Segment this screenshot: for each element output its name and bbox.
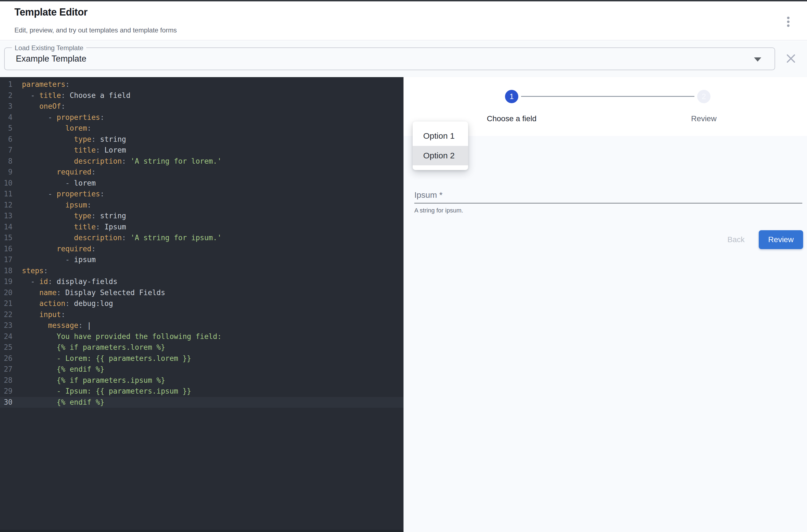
- line-number: 22: [0, 309, 13, 320]
- line-number: 19: [0, 276, 13, 287]
- clear-template-button[interactable]: [784, 52, 798, 65]
- kebab-menu-icon: [787, 17, 789, 19]
- page-header: Template Editor Edit, preview, and try o…: [0, 1, 807, 40]
- code-line: 26 - Lorem: {{ parameters.lorem }}: [0, 353, 404, 364]
- kebab-menu-icon: [787, 20, 789, 23]
- code-line: 9 required:: [0, 167, 404, 178]
- option-item-1[interactable]: Option 1: [412, 126, 468, 146]
- step-1-circle: 1: [505, 90, 518, 103]
- step-1-label: Choose a field: [487, 114, 536, 123]
- line-number: 11: [0, 189, 13, 200]
- line-number: 4: [0, 112, 13, 123]
- back-button[interactable]: Back: [719, 230, 753, 249]
- line-number: 14: [0, 222, 13, 233]
- code-line: 22 input:: [0, 309, 404, 320]
- ipsum-field-underline: [414, 203, 802, 204]
- line-number: 13: [0, 210, 13, 222]
- code-line: 28 {% if parameters.ipsum %}: [0, 375, 404, 386]
- ipsum-helper-text: A string for ipsum.: [414, 207, 463, 214]
- line-number: 26: [0, 353, 13, 364]
- editor-horizontal-scrollbar[interactable]: [0, 530, 404, 532]
- step-2-label: Review: [691, 114, 716, 123]
- line-number: 24: [0, 331, 13, 342]
- code-line: 10 - lorem: [0, 178, 404, 189]
- line-number: 6: [0, 134, 13, 145]
- ipsum-text-input[interactable]: [414, 190, 802, 204]
- line-number: 28: [0, 375, 13, 386]
- code-line: 13 type: string: [0, 210, 404, 222]
- option-item-2[interactable]: Option 2: [412, 146, 468, 166]
- line-number: 18: [0, 265, 13, 277]
- line-number: 30: [0, 397, 13, 408]
- page-subtitle: Edit, preview, and try out templates and…: [15, 26, 177, 34]
- load-template-section: Load Existing Template Example Template: [0, 41, 807, 77]
- chevron-down-icon: [754, 57, 761, 61]
- line-number: 8: [0, 156, 13, 167]
- template-preview-panel: 1 2 Choose a field Review Option 1 Optio…: [404, 77, 807, 532]
- code-line: 18steps:: [0, 265, 404, 277]
- line-number: 23: [0, 320, 13, 331]
- line-number: 16: [0, 244, 13, 254]
- line-number: 17: [0, 254, 13, 265]
- code-lines: 1parameters:2 - title: Choose a field3 o…: [0, 79, 404, 408]
- line-number: 3: [0, 101, 13, 112]
- select-value: Example Template: [16, 48, 86, 70]
- field-options-menu: Option 1 Option 2: [412, 121, 468, 170]
- code-line: 5 lorem:: [0, 123, 404, 134]
- code-line: 27 {% endif %}: [0, 364, 404, 375]
- line-number: 2: [0, 90, 13, 101]
- code-line: 25 {% if parameters.lorem %}: [0, 342, 404, 353]
- page-title: Template Editor: [15, 6, 88, 18]
- line-number: 1: [0, 79, 13, 90]
- code-line: 1parameters:: [0, 79, 404, 90]
- code-line: 17 - ipsum: [0, 254, 404, 265]
- line-number: 5: [0, 123, 13, 134]
- code-line: 4 - properties:: [0, 112, 404, 123]
- yaml-code-editor[interactable]: 1parameters:2 - title: Choose a field3 o…: [0, 77, 404, 532]
- line-number: 20: [0, 287, 13, 299]
- kebab-menu-icon: [787, 24, 789, 27]
- line-number: 9: [0, 167, 13, 178]
- line-number: 27: [0, 364, 13, 375]
- line-number: 12: [0, 200, 13, 211]
- code-line: 20 name: Display Selected Fields: [0, 287, 404, 299]
- line-number: 21: [0, 298, 13, 309]
- code-line: 7 title: Lorem: [0, 145, 404, 156]
- template-editor-app: Template Editor Edit, preview, and try o…: [0, 0, 807, 532]
- code-line: 29 - Ipsum: {{ parameters.ipsum }}: [0, 386, 404, 397]
- review-button[interactable]: Review: [759, 230, 803, 249]
- code-line: 15 description: 'A string for ipsum.': [0, 232, 404, 244]
- code-line: 21 action: debug:log: [0, 298, 404, 309]
- code-line: 11 - properties:: [0, 189, 404, 200]
- close-icon: [786, 54, 795, 63]
- step-1-number: 1: [510, 92, 514, 101]
- line-number: 15: [0, 232, 13, 244]
- code-line: 30 {% endif %}: [0, 397, 404, 408]
- load-template-select[interactable]: Load Existing Template Example Template: [4, 48, 775, 70]
- code-line: 12 ipsum:: [0, 200, 404, 211]
- more-options-button[interactable]: [781, 13, 796, 31]
- line-number: 10: [0, 178, 13, 189]
- line-number: 29: [0, 386, 13, 397]
- code-line: 24 You have provided the following field…: [0, 331, 404, 342]
- step-2-circle: 2: [697, 90, 711, 103]
- step-connector-line: [521, 96, 694, 97]
- code-line: 16 required:: [0, 244, 404, 254]
- code-line: 19 - id: display-fields: [0, 276, 404, 287]
- code-line: 6 type: string: [0, 134, 404, 145]
- code-line: 8 description: 'A string for lorem.': [0, 156, 404, 167]
- code-line: 2 - title: Choose a field: [0, 90, 404, 101]
- line-number: 7: [0, 145, 13, 156]
- line-number: 25: [0, 342, 13, 353]
- code-line: 14 title: Ipsum: [0, 222, 404, 233]
- step-2-number: 2: [702, 92, 706, 101]
- code-line: 3 oneOf:: [0, 101, 404, 112]
- code-line: 23 message: |: [0, 320, 404, 331]
